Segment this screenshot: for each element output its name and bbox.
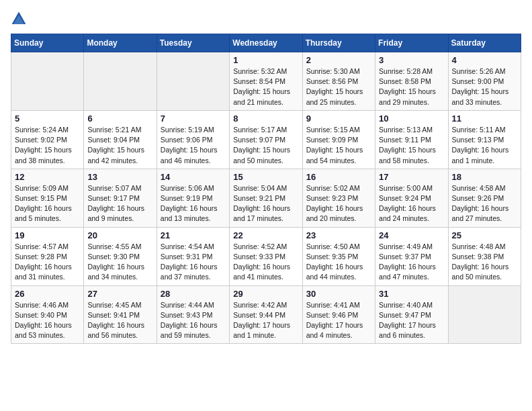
weekday-header-friday: Friday — [375, 34, 448, 52]
day-info: Sunrise: 5:11 AM Sunset: 9:13 PM Dayligh… — [452, 125, 517, 166]
day-number: 13 — [87, 172, 152, 182]
logo-icon — [11, 11, 27, 27]
day-info: Sunrise: 4:49 AM Sunset: 9:37 PM Dayligh… — [379, 242, 444, 283]
day-number: 31 — [379, 289, 444, 299]
day-info: Sunrise: 5:02 AM Sunset: 9:23 PM Dayligh… — [306, 183, 371, 224]
weekday-header-sunday: Sunday — [11, 34, 84, 52]
day-info: Sunrise: 5:13 AM Sunset: 9:11 PM Dayligh… — [379, 125, 444, 166]
calendar-cell: 3Sunrise: 5:28 AM Sunset: 8:58 PM Daylig… — [375, 52, 448, 111]
calendar-cell — [84, 52, 157, 111]
day-info: Sunrise: 5:15 AM Sunset: 9:09 PM Dayligh… — [306, 125, 371, 166]
week-row-1: 1Sunrise: 5:32 AM Sunset: 8:54 PM Daylig… — [11, 52, 521, 111]
calendar-cell: 22Sunrise: 4:52 AM Sunset: 9:33 PM Dayli… — [230, 227, 302, 285]
day-number: 2 — [306, 55, 371, 65]
day-info: Sunrise: 4:42 AM Sunset: 9:44 PM Dayligh… — [233, 300, 298, 341]
day-number: 3 — [379, 55, 444, 65]
day-number: 11 — [452, 113, 517, 124]
calendar-cell — [448, 285, 521, 344]
calendar-cell: 1Sunrise: 5:32 AM Sunset: 8:54 PM Daylig… — [230, 52, 302, 111]
day-number: 19 — [15, 230, 80, 240]
day-number: 20 — [87, 230, 152, 240]
calendar-cell: 25Sunrise: 4:48 AM Sunset: 9:38 PM Dayli… — [448, 227, 521, 285]
week-row-3: 12Sunrise: 5:09 AM Sunset: 9:15 PM Dayli… — [11, 169, 521, 227]
week-row-2: 5Sunrise: 5:24 AM Sunset: 9:02 PM Daylig… — [11, 110, 521, 169]
day-info: Sunrise: 4:45 AM Sunset: 9:41 PM Dayligh… — [87, 300, 152, 341]
calendar-cell: 20Sunrise: 4:55 AM Sunset: 9:30 PM Dayli… — [84, 227, 157, 285]
day-info: Sunrise: 5:32 AM Sunset: 8:54 PM Dayligh… — [233, 66, 298, 107]
calendar-cell: 24Sunrise: 4:49 AM Sunset: 9:37 PM Dayli… — [375, 227, 448, 285]
day-number: 4 — [452, 55, 517, 65]
calendar-cell: 5Sunrise: 5:24 AM Sunset: 9:02 PM Daylig… — [11, 110, 84, 169]
day-info: Sunrise: 4:50 AM Sunset: 9:35 PM Dayligh… — [306, 242, 371, 283]
weekday-header-row: SundayMondayTuesdayWednesdayThursdayFrid… — [11, 34, 521, 52]
calendar-cell: 18Sunrise: 4:58 AM Sunset: 9:26 PM Dayli… — [448, 169, 521, 227]
calendar-cell: 15Sunrise: 5:04 AM Sunset: 9:21 PM Dayli… — [230, 169, 302, 227]
day-info: Sunrise: 4:48 AM Sunset: 9:38 PM Dayligh… — [452, 242, 517, 283]
day-number: 16 — [306, 172, 371, 182]
day-number: 15 — [233, 172, 298, 182]
calendar-cell: 2Sunrise: 5:30 AM Sunset: 8:56 PM Daylig… — [302, 52, 375, 111]
calendar-cell: 10Sunrise: 5:13 AM Sunset: 9:11 PM Dayli… — [375, 110, 448, 169]
day-number: 30 — [306, 289, 371, 299]
day-number: 9 — [306, 113, 371, 124]
day-number: 22 — [233, 230, 298, 240]
day-info: Sunrise: 4:58 AM Sunset: 9:26 PM Dayligh… — [452, 183, 517, 224]
day-number: 5 — [15, 113, 80, 124]
day-number: 28 — [161, 289, 226, 299]
day-number: 21 — [161, 230, 226, 240]
calendar-cell: 4Sunrise: 5:26 AM Sunset: 9:00 PM Daylig… — [448, 52, 521, 111]
header — [11, 11, 521, 27]
calendar-cell — [11, 52, 84, 111]
day-info: Sunrise: 5:07 AM Sunset: 9:17 PM Dayligh… — [87, 183, 152, 224]
calendar-cell: 30Sunrise: 4:41 AM Sunset: 9:46 PM Dayli… — [302, 285, 375, 344]
weekday-header-tuesday: Tuesday — [157, 34, 229, 52]
day-info: Sunrise: 4:55 AM Sunset: 9:30 PM Dayligh… — [87, 242, 152, 283]
day-info: Sunrise: 5:17 AM Sunset: 9:07 PM Dayligh… — [233, 125, 298, 166]
calendar-cell: 17Sunrise: 5:00 AM Sunset: 9:24 PM Dayli… — [375, 169, 448, 227]
calendar-cell: 6Sunrise: 5:21 AM Sunset: 9:04 PM Daylig… — [84, 110, 157, 169]
week-row-4: 19Sunrise: 4:57 AM Sunset: 9:28 PM Dayli… — [11, 227, 521, 285]
day-number: 1 — [233, 55, 298, 65]
day-info: Sunrise: 4:57 AM Sunset: 9:28 PM Dayligh… — [15, 242, 80, 283]
day-number: 17 — [379, 172, 444, 182]
calendar-cell: 29Sunrise: 4:42 AM Sunset: 9:44 PM Dayli… — [230, 285, 302, 344]
day-info: Sunrise: 4:41 AM Sunset: 9:46 PM Dayligh… — [306, 300, 371, 341]
calendar-cell: 16Sunrise: 5:02 AM Sunset: 9:23 PM Dayli… — [302, 169, 375, 227]
calendar-cell — [157, 52, 229, 111]
calendar-cell: 21Sunrise: 4:54 AM Sunset: 9:31 PM Dayli… — [157, 227, 229, 285]
day-info: Sunrise: 5:04 AM Sunset: 9:21 PM Dayligh… — [233, 183, 298, 224]
day-info: Sunrise: 5:21 AM Sunset: 9:04 PM Dayligh… — [87, 125, 152, 166]
calendar-cell: 12Sunrise: 5:09 AM Sunset: 9:15 PM Dayli… — [11, 169, 84, 227]
calendar-cell: 14Sunrise: 5:06 AM Sunset: 9:19 PM Dayli… — [157, 169, 229, 227]
day-number: 14 — [161, 172, 226, 182]
logo — [11, 11, 30, 27]
day-info: Sunrise: 4:40 AM Sunset: 9:47 PM Dayligh… — [379, 300, 444, 341]
day-number: 12 — [15, 172, 80, 182]
weekday-header-wednesday: Wednesday — [230, 34, 302, 52]
calendar-cell: 19Sunrise: 4:57 AM Sunset: 9:28 PM Dayli… — [11, 227, 84, 285]
day-info: Sunrise: 5:19 AM Sunset: 9:06 PM Dayligh… — [161, 125, 226, 166]
weekday-header-saturday: Saturday — [448, 34, 521, 52]
calendar-cell: 7Sunrise: 5:19 AM Sunset: 9:06 PM Daylig… — [157, 110, 229, 169]
day-number: 10 — [379, 113, 444, 124]
day-info: Sunrise: 5:06 AM Sunset: 9:19 PM Dayligh… — [161, 183, 226, 224]
day-info: Sunrise: 4:44 AM Sunset: 9:43 PM Dayligh… — [161, 300, 226, 341]
day-info: Sunrise: 5:28 AM Sunset: 8:58 PM Dayligh… — [379, 66, 444, 107]
day-info: Sunrise: 5:26 AM Sunset: 9:00 PM Dayligh… — [452, 66, 517, 107]
day-number: 27 — [87, 289, 152, 299]
day-number: 29 — [233, 289, 298, 299]
calendar-cell: 11Sunrise: 5:11 AM Sunset: 9:13 PM Dayli… — [448, 110, 521, 169]
day-number: 7 — [161, 113, 226, 124]
day-info: Sunrise: 5:24 AM Sunset: 9:02 PM Dayligh… — [15, 125, 80, 166]
calendar-cell: 31Sunrise: 4:40 AM Sunset: 9:47 PM Dayli… — [375, 285, 448, 344]
calendar-cell: 26Sunrise: 4:46 AM Sunset: 9:40 PM Dayli… — [11, 285, 84, 344]
day-info: Sunrise: 5:00 AM Sunset: 9:24 PM Dayligh… — [379, 183, 444, 224]
day-info: Sunrise: 4:46 AM Sunset: 9:40 PM Dayligh… — [15, 300, 80, 341]
day-info: Sunrise: 5:09 AM Sunset: 9:15 PM Dayligh… — [15, 183, 80, 224]
day-number: 6 — [87, 113, 152, 124]
day-number: 18 — [452, 172, 517, 182]
day-info: Sunrise: 4:52 AM Sunset: 9:33 PM Dayligh… — [233, 242, 298, 283]
day-number: 24 — [379, 230, 444, 240]
day-number: 25 — [452, 230, 517, 240]
calendar-table: SundayMondayTuesdayWednesdayThursdayFrid… — [11, 34, 521, 344]
